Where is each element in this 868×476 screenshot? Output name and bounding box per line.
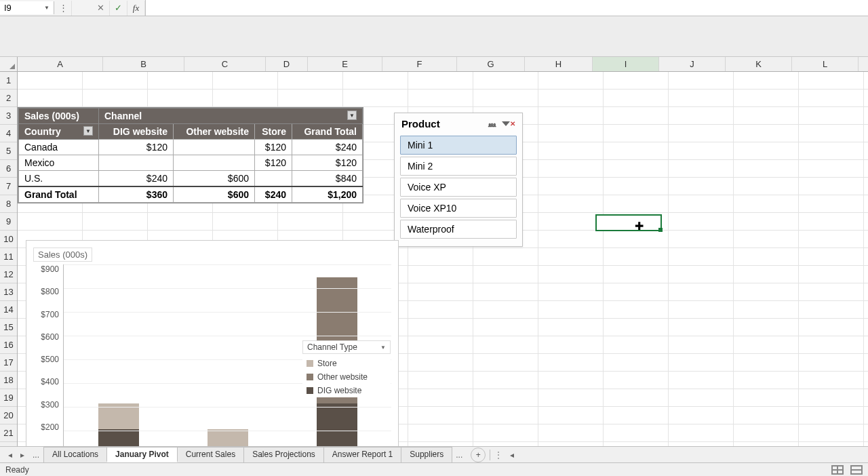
col-header-G[interactable]: G (457, 57, 525, 71)
row-header-2[interactable]: 2 (0, 90, 17, 107)
chevron-down-icon[interactable]: ▼ (380, 344, 386, 351)
pivot-cell: $600 (174, 171, 255, 187)
chart-y-axis: $900$800$700$600$500$400$300$200$100 (33, 264, 63, 454)
col-header-B[interactable]: B (103, 57, 184, 71)
sheet-tab[interactable]: Sales Projections (243, 447, 324, 462)
slicer-product[interactable]: Product ⅏ Mini 1Mini 2Voice XPVoice XP10… (394, 113, 523, 247)
col-header-K[interactable]: K (726, 57, 792, 71)
row-header-18[interactable]: 18 (0, 372, 17, 389)
row-header-9[interactable]: 9 (0, 213, 17, 231)
formula-input[interactable] (145, 0, 868, 16)
sheet-tab[interactable]: Suppliers (401, 447, 452, 462)
row-header-10[interactable]: 10 (0, 231, 17, 248)
add-sheet-button[interactable]: + (471, 448, 486, 462)
y-tick-label: $700 (41, 310, 59, 319)
cell-grid[interactable]: Sales (000s) Channel▼ Country▼ DIG websi… (18, 72, 868, 460)
col-header-A[interactable]: A (18, 57, 103, 71)
pivot-cell (174, 140, 255, 155)
view-pagelayout-icon[interactable] (850, 465, 863, 475)
col-header-J[interactable]: J (659, 57, 726, 71)
ribbon-area (0, 16, 868, 57)
pivot-grand-total-label: Grand Total (19, 186, 99, 203)
row-header-12[interactable]: 12 (0, 266, 17, 283)
row-header-5[interactable]: 5 (0, 142, 17, 160)
sheet-tab-strip: ◂ ▸ ... All LocationsJanuary PivotCurren… (0, 446, 868, 462)
pivot-table[interactable]: Sales (000s) Channel▼ Country▼ DIG websi… (18, 107, 363, 203)
pivot-cell: $240 (99, 171, 174, 187)
tab-overflow[interactable]: ... (452, 450, 467, 460)
col-header-E[interactable]: E (308, 57, 382, 71)
select-all-cell[interactable] (0, 57, 18, 71)
row-header-8[interactable]: 8 (0, 195, 17, 213)
chart-legend[interactable]: Channel Type ▼ Store Other website DIG w… (302, 340, 391, 397)
hscroll-left-icon[interactable]: ◂ (507, 450, 517, 460)
pivot-value-label: Sales (000s) (24, 111, 79, 121)
y-tick-label: $400 (41, 377, 59, 386)
row-header-6[interactable]: 6 (0, 160, 17, 178)
tab-nav-right-icon[interactable]: ▸ (16, 450, 28, 460)
row-header-17[interactable]: 17 (0, 354, 17, 372)
column-headers: ABCDEFGHIJKL (0, 57, 868, 72)
fx-icon[interactable]: fx (127, 1, 145, 16)
chevron-down-icon[interactable]: ▼ (83, 126, 93, 136)
row-header-7[interactable]: 7 (0, 178, 17, 195)
expand-button[interactable]: ⋮ (54, 1, 72, 16)
status-ready: Ready (5, 465, 29, 475)
chevron-down-icon[interactable]: ▼ (347, 111, 357, 120)
chart-title: Sales (000s) (33, 247, 92, 262)
row-header-14[interactable]: 14 (0, 301, 17, 319)
col-header-H[interactable]: H (525, 57, 593, 71)
multiselect-icon[interactable]: ⅏ (486, 117, 499, 130)
row-header-3[interactable]: 3 (0, 107, 17, 125)
legend-swatch-store (307, 360, 313, 367)
slicer-item[interactable]: Voice XP10 (400, 199, 517, 218)
row-header-19[interactable]: 19 (0, 389, 17, 407)
tab-nav-left-icon[interactable]: ◂ (4, 450, 16, 460)
slicer-item[interactable]: Voice XP (400, 178, 517, 197)
legend-swatch-dig (307, 387, 313, 394)
legend-title-label: Channel Type (307, 342, 357, 352)
row-header-20[interactable]: 20 (0, 407, 17, 424)
row-header-16[interactable]: 16 (0, 336, 17, 354)
name-box[interactable]: I9 ▼ (0, 1, 54, 14)
pivot-cell (174, 155, 255, 171)
name-box-value: I9 (4, 3, 12, 13)
sheet-tab[interactable]: Answer Report 1 (323, 447, 401, 462)
pivot-cell: $120 (255, 140, 292, 155)
clear-filter-icon[interactable] (502, 117, 515, 130)
col-header-I[interactable]: I (593, 57, 659, 71)
row-header-4[interactable]: 4 (0, 125, 17, 142)
sheet-tab[interactable]: Current Sales (177, 447, 244, 462)
y-tick-label: $500 (41, 355, 59, 364)
y-tick-label: $900 (41, 264, 59, 274)
row-header-15[interactable]: 15 (0, 319, 17, 336)
view-normal-icon[interactable] (831, 465, 844, 475)
row-header-11[interactable]: 11 (0, 248, 17, 266)
tab-overflow[interactable]: ... (28, 450, 43, 460)
cancel-icon[interactable]: ✕ (92, 1, 110, 16)
name-box-dropdown-icon[interactable]: ▼ (44, 5, 50, 11)
tab-options-icon[interactable]: ⋮ (494, 450, 502, 460)
row-header-1[interactable]: 1 (0, 72, 17, 90)
slicer-item[interactable]: Mini 2 (400, 157, 517, 176)
slicer-item[interactable]: Mini 1 (400, 136, 517, 155)
legend-swatch-other (307, 374, 313, 380)
slicer-item[interactable]: Waterproof (400, 220, 517, 239)
col-header-F[interactable]: F (382, 57, 457, 71)
col-header-D[interactable]: D (266, 57, 308, 71)
pivot-row-label: Mexico (19, 155, 99, 171)
active-cell[interactable] (595, 214, 662, 231)
sheet-tab[interactable]: All Locations (43, 447, 107, 462)
col-header-L[interactable]: L (792, 57, 859, 71)
pivot-row-label: U.S. (19, 171, 99, 187)
sheet-tab[interactable]: January Pivot (106, 447, 178, 462)
pivot-cell: $840 (292, 171, 363, 187)
pivot-cell: $240 (292, 140, 363, 155)
legend-label: Store (317, 359, 337, 368)
y-tick-label: $300 (41, 400, 59, 410)
row-header-13[interactable]: 13 (0, 283, 17, 301)
enter-icon[interactable]: ✓ (110, 1, 127, 16)
pivot-col-field: Channel (104, 111, 142, 121)
col-header-C[interactable]: C (184, 57, 266, 71)
row-header-21[interactable]: 21 (0, 424, 17, 442)
